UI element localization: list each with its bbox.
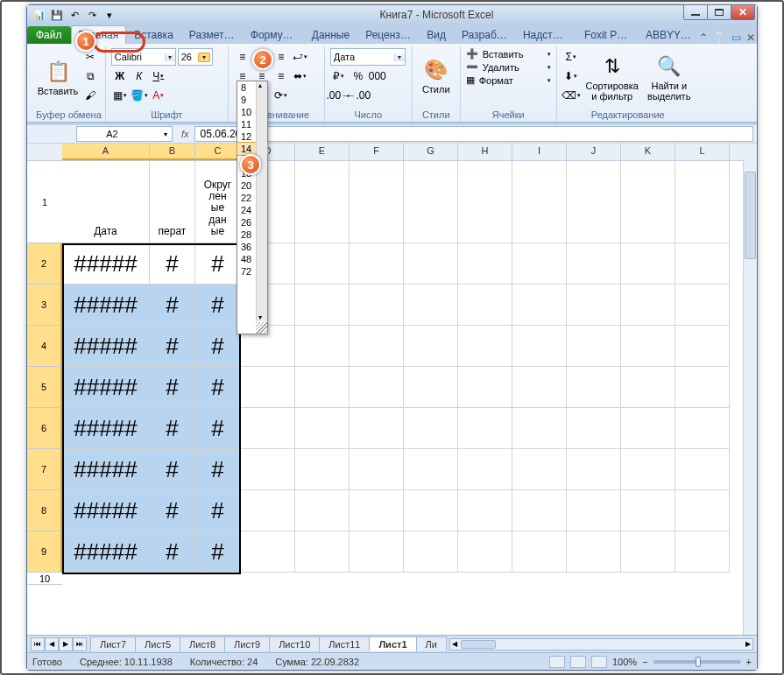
sheet-tab[interactable]: Лист8 — [180, 636, 225, 651]
dropdown-scrollbar[interactable] — [256, 81, 267, 321]
column-header[interactable]: B — [150, 144, 195, 160]
cell[interactable] — [404, 367, 458, 408]
ribbon-tab-данные[interactable]: Данные — [304, 25, 357, 44]
row-header[interactable]: 9 — [27, 531, 62, 573]
cell[interactable] — [404, 449, 458, 490]
cell[interactable] — [567, 531, 621, 573]
cell[interactable] — [404, 490, 458, 531]
cell[interactable] — [621, 285, 675, 326]
cell[interactable] — [241, 490, 295, 531]
styles-button[interactable]: 🎨 Стили — [416, 46, 456, 104]
wrap-text-button[interactable]: ⮐ — [292, 48, 309, 66]
cell[interactable]: # — [195, 449, 241, 490]
cell[interactable] — [350, 490, 404, 531]
cell[interactable]: # — [150, 449, 195, 490]
cell[interactable] — [404, 243, 458, 285]
cell[interactable]: # — [195, 243, 241, 285]
cell[interactable] — [350, 531, 404, 573]
zoom-in-icon[interactable]: + — [746, 657, 752, 667]
cell[interactable] — [621, 326, 675, 367]
cell[interactable] — [512, 531, 567, 573]
font-name-dropdown-icon[interactable]: ▾ — [165, 53, 175, 61]
column-header[interactable]: J — [567, 144, 621, 160]
column-header[interactable]: H — [458, 144, 512, 160]
cell[interactable] — [567, 326, 621, 367]
cell[interactable] — [295, 285, 350, 326]
cell[interactable] — [458, 243, 512, 285]
cell[interactable] — [458, 449, 512, 490]
cell[interactable] — [675, 531, 730, 573]
cell[interactable] — [350, 285, 404, 326]
cell[interactable]: # — [195, 326, 241, 367]
cell[interactable] — [458, 285, 512, 326]
find-select-button[interactable]: 🔍 Найти и выделить — [645, 48, 694, 106]
cell[interactable] — [621, 408, 675, 449]
cell[interactable] — [295, 161, 350, 243]
cell[interactable] — [350, 367, 404, 408]
clear-icon[interactable]: ⌫ — [562, 87, 580, 104]
sheet-nav-last-icon[interactable]: ⏭ — [73, 637, 87, 651]
cell[interactable] — [404, 161, 458, 243]
cell[interactable] — [567, 408, 621, 449]
cell[interactable]: # — [150, 408, 195, 449]
qat-customize-icon[interactable]: ▾ — [102, 8, 117, 22]
currency-button[interactable]: ₽ — [330, 67, 348, 85]
number-format-combo[interactable]: ▾ — [330, 48, 406, 66]
cell[interactable]: # — [150, 243, 195, 285]
name-box-input[interactable] — [77, 129, 147, 139]
cell[interactable] — [512, 408, 567, 449]
cell[interactable]: # — [195, 285, 241, 326]
cell[interactable]: ##### — [62, 243, 150, 285]
horizontal-scrollbar[interactable]: ◀▶ — [449, 638, 753, 650]
align-bot-icon[interactable]: ≡ — [272, 48, 290, 66]
cell[interactable] — [621, 243, 675, 285]
qat-undo-icon[interactable]: ↶ — [67, 8, 81, 22]
sheet-tab[interactable]: Лист1 — [369, 636, 416, 651]
cell[interactable]: # — [195, 531, 241, 573]
number-format-dropdown-icon[interactable]: ▾ — [394, 53, 405, 61]
ribbon-minimize-icon[interactable]: ⌃ — [699, 32, 708, 44]
format-painter-icon[interactable]: 🖌 — [81, 87, 99, 104]
cell[interactable]: ##### — [62, 285, 150, 326]
workbook-min-icon[interactable]: ▭ — [731, 32, 741, 44]
cell[interactable] — [458, 326, 512, 367]
cell[interactable]: # — [195, 408, 241, 449]
ribbon-tab-надстрой[interactable]: Надстрой — [515, 25, 576, 44]
row-header[interactable]: 3 — [27, 285, 62, 326]
cell[interactable] — [567, 449, 621, 490]
cell[interactable]: # — [150, 531, 195, 573]
cell[interactable] — [350, 408, 404, 449]
cell[interactable] — [621, 161, 675, 243]
name-box[interactable]: ▾ — [76, 126, 173, 142]
qat-save-icon[interactable]: 💾 — [50, 8, 64, 22]
column-header[interactable]: C — [195, 144, 241, 160]
cell[interactable] — [404, 285, 458, 326]
orientation-icon[interactable]: ⟳ — [272, 87, 290, 104]
cell[interactable]: ##### — [62, 408, 150, 449]
align-right-icon[interactable]: ≡ — [272, 67, 290, 85]
column-header[interactable]: E — [295, 144, 350, 160]
workbook-close-icon[interactable]: ✕ — [746, 32, 755, 44]
cell[interactable] — [675, 161, 730, 243]
underline-button[interactable]: Ч — [150, 67, 167, 85]
bold-button[interactable]: Ж — [111, 67, 129, 85]
cell[interactable]: ##### — [62, 490, 150, 531]
fill-color-button[interactable]: 🪣 — [131, 87, 148, 104]
cell[interactable]: # — [150, 490, 195, 531]
paste-button[interactable]: 📋 Вставить — [38, 48, 78, 106]
column-header[interactable]: F — [350, 144, 404, 160]
sheet-tab[interactable]: Лист9 — [224, 636, 270, 651]
cell[interactable] — [621, 531, 675, 573]
cell[interactable] — [567, 161, 621, 243]
window-close-button[interactable]: ✕ — [731, 4, 755, 20]
cell[interactable] — [675, 449, 730, 490]
window-maximize-button[interactable] — [707, 4, 731, 20]
cell[interactable] — [458, 408, 512, 449]
cell[interactable]: ##### — [62, 326, 150, 367]
cell[interactable]: ##### — [62, 531, 150, 573]
help-icon[interactable]: ❔ — [713, 32, 726, 44]
cell[interactable]: # — [195, 367, 241, 408]
cell[interactable] — [295, 490, 350, 531]
row-header[interactable]: 5 — [27, 367, 62, 408]
font-size-combo[interactable]: ▾ — [178, 48, 213, 66]
